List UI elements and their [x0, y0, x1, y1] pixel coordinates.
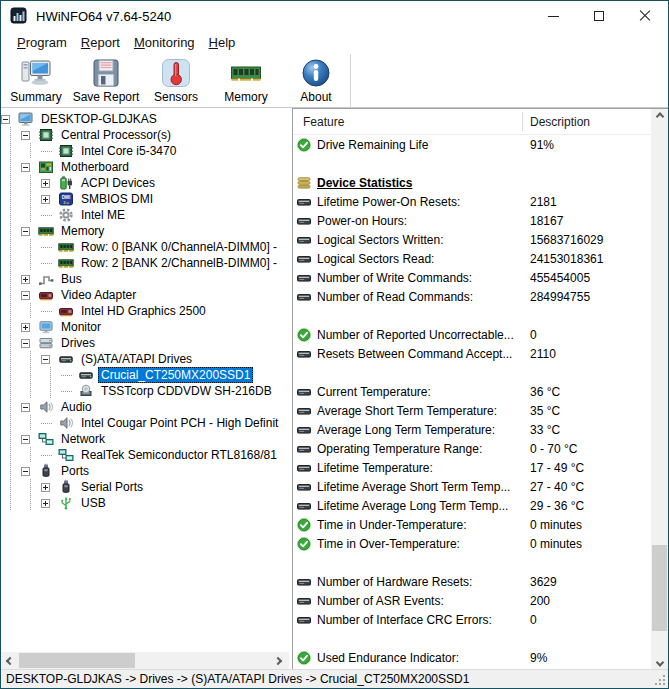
description-column-header[interactable]: Description	[530, 115, 590, 129]
minimize-button[interactable]	[530, 1, 576, 31]
tree-item-network[interactable]: Network	[1, 431, 289, 447]
tree-item-label[interactable]: Bus	[58, 271, 85, 287]
tree-item-bus[interactable]: Bus	[1, 271, 289, 287]
menu-program[interactable]: Program	[10, 33, 74, 52]
details-vertical-scrollbar[interactable]	[651, 109, 668, 669]
tree-item-label[interactable]: Intel Cougar Point PCH - High Definit	[78, 415, 281, 431]
tree-item-label[interactable]: Serial Ports	[78, 479, 146, 495]
tree-item-label[interactable]: RealTek Semiconductor RTL8168/81	[78, 447, 280, 463]
plus-box-icon[interactable]	[41, 499, 50, 508]
tree-item-ports[interactable]: Ports	[1, 463, 289, 479]
detail-row-number-of-hardware-resets[interactable]: Number of Hardware Resets:3629	[293, 572, 651, 591]
collapse-toggle[interactable]	[21, 335, 36, 351]
tree-item-intel-core-i5-3470[interactable]: Intel Core i5-3470	[1, 143, 289, 159]
collapse-toggle[interactable]	[21, 159, 36, 175]
collapse-toggle[interactable]	[1, 111, 16, 127]
tree-item-s-ata-atapi-drives[interactable]: (S)ATA/ATAPI Drives	[1, 351, 289, 367]
scroll-down-button[interactable]	[651, 652, 668, 669]
feature-column-header[interactable]: Feature	[293, 115, 344, 129]
menu-report[interactable]: Report	[74, 33, 127, 52]
tree-item-label[interactable]: Video Adapter	[58, 287, 139, 303]
tree-item-smbios-dmi[interactable]: DMI2.xSMBIOS DMI	[1, 191, 289, 207]
about-button[interactable]: About	[281, 54, 351, 107]
column-divider[interactable]	[522, 112, 523, 131]
minus-box-icon[interactable]	[21, 163, 30, 172]
detail-row-device-statistics[interactable]: Device Statistics	[293, 173, 651, 192]
detail-row-lifetime-temperature[interactable]: Lifetime Temperature:17 - 49 °C	[293, 458, 651, 477]
detail-row-power-on-hours[interactable]: Power-on Hours:18167	[293, 211, 651, 230]
tree-item-crucial-ct250mx200ssd1[interactable]: Crucial_CT250MX200SSD1	[1, 367, 289, 383]
plus-box-icon[interactable]	[41, 195, 50, 204]
collapse-toggle[interactable]	[21, 223, 36, 239]
detail-row-time-in-under-temperature[interactable]: Time in Under-Temperature:0 minutes	[293, 515, 651, 534]
tree-item-desktop-gldjkas[interactable]: DESKTOP-GLDJKAS	[1, 111, 289, 127]
minus-box-icon[interactable]	[21, 131, 30, 140]
sensors-button[interactable]: Sensors	[141, 54, 211, 107]
tree-item-row-0-bank-0-channela-dimm0[interactable]: Row: 0 [BANK 0/ChannelA-DIMM0] -	[1, 239, 289, 255]
tree-item-label[interactable]: USB	[78, 495, 109, 511]
tree-item-intel-me[interactable]: Intel ME	[1, 207, 289, 223]
detail-row-lifetime-average-long-term-temp[interactable]: Lifetime Average Long Term Temp...29 - 3…	[293, 496, 651, 515]
horizontal-scrollbar-thumb[interactable]	[19, 653, 135, 668]
minus-box-icon[interactable]	[21, 227, 30, 236]
expand-toggle[interactable]	[41, 479, 56, 495]
minus-box-icon[interactable]	[21, 467, 30, 476]
collapse-toggle[interactable]	[41, 351, 56, 367]
close-button[interactable]	[622, 1, 668, 31]
tree-item-label[interactable]: Audio	[58, 399, 95, 415]
tree-item-intel-cougar-point-pch-high-definit[interactable]: Intel Cougar Point PCH - High Definit	[1, 415, 289, 431]
tree-item-label[interactable]: Central Processor(s)	[58, 127, 174, 143]
minus-box-icon[interactable]	[1, 115, 10, 124]
detail-row-average-long-term-temperature[interactable]: Average Long Term Temperature:33 °C	[293, 420, 651, 439]
tree-item-label[interactable]: SMBIOS DMI	[78, 191, 156, 207]
detail-row-time-in-over-temperature[interactable]: Time in Over-Temperature:0 minutes	[293, 534, 651, 553]
tree-item-acpi-devices[interactable]: ACPI Devices	[1, 175, 289, 191]
tree-item-central-processor-s[interactable]: Central Processor(s)	[1, 127, 289, 143]
tree-horizontal-scrollbar[interactable]	[1, 652, 289, 669]
minus-box-icon[interactable]	[21, 403, 30, 412]
menu-monitoring[interactable]: Monitoring	[127, 33, 202, 52]
scroll-up-button[interactable]	[651, 109, 668, 126]
expand-toggle[interactable]	[21, 319, 36, 335]
detail-row-resets-between-command-accept[interactable]: Resets Between Command Accept...2110	[293, 344, 651, 363]
tree-item-label[interactable]: Memory	[58, 223, 107, 239]
collapse-toggle[interactable]	[21, 399, 36, 415]
plus-box-icon[interactable]	[41, 179, 50, 188]
tree-item-label[interactable]: Intel HD Graphics 2500	[78, 303, 209, 319]
tree-item-intel-hd-graphics-2500[interactable]: Intel HD Graphics 2500	[1, 303, 289, 319]
detail-row-number-of-reported-uncorrectable[interactable]: Number of Reported Uncorrectable...0	[293, 325, 651, 344]
detail-row-lifetime-power-on-resets[interactable]: Lifetime Power-On Resets:2181	[293, 192, 651, 211]
detail-row-lifetime-average-short-term-temp[interactable]: Lifetime Average Short Term Temp...27 - …	[293, 477, 651, 496]
tree-item-label[interactable]: (S)ATA/ATAPI Drives	[78, 351, 195, 367]
expand-toggle[interactable]	[21, 271, 36, 287]
detail-row-drive-remaining-life[interactable]: Drive Remaining Life91%	[293, 135, 651, 154]
tree-item-label[interactable]: Row: 2 [BANK 2/ChannelB-DIMM0] -	[78, 255, 280, 271]
scroll-right-button[interactable]	[269, 652, 286, 669]
tree-item-label[interactable]: Ports	[58, 463, 92, 479]
detail-row-average-short-term-temperature[interactable]: Average Short Term Temperature:35 °C	[293, 401, 651, 420]
detail-row-number-of-interface-crc-errors[interactable]: Number of Interface CRC Errors:0	[293, 610, 651, 629]
tree-item-label[interactable]: Row: 0 [BANK 0/ChannelA-DIMM0] -	[78, 239, 280, 255]
expand-toggle[interactable]	[41, 191, 56, 207]
collapse-toggle[interactable]	[21, 431, 36, 447]
minus-box-icon[interactable]	[41, 355, 50, 364]
collapse-toggle[interactable]	[21, 463, 36, 479]
save-report-button[interactable]: Save Report	[71, 54, 141, 107]
detail-row-number-of-asr-events[interactable]: Number of ASR Events:200	[293, 591, 651, 610]
tree-item-label[interactable]: Crucial_CT250MX200SSD1	[98, 367, 253, 383]
tree-item-label[interactable]: Network	[58, 431, 108, 447]
tree-item-label[interactable]: ACPI Devices	[78, 175, 158, 191]
memory-button[interactable]: Memory	[211, 54, 281, 107]
tree-item-serial-ports[interactable]: Serial Ports	[1, 479, 289, 495]
minus-box-icon[interactable]	[21, 435, 30, 444]
tree-item-motherboard[interactable]: Motherboard	[1, 159, 289, 175]
detail-row-logical-sectors-written[interactable]: Logical Sectors Written:15683716029	[293, 230, 651, 249]
tree-item-label[interactable]: Intel ME	[78, 207, 128, 223]
detail-row-operating-temperature-range[interactable]: Operating Temperature Range:0 - 70 °C	[293, 439, 651, 458]
tree-item-audio[interactable]: Audio	[1, 399, 289, 415]
plus-box-icon[interactable]	[21, 275, 30, 284]
minus-box-icon[interactable]	[21, 339, 30, 348]
detail-row-number-of-read-commands[interactable]: Number of Read Commands:284994755	[293, 287, 651, 306]
tree-item-drives[interactable]: Drives	[1, 335, 289, 351]
collapse-toggle[interactable]	[21, 127, 36, 143]
